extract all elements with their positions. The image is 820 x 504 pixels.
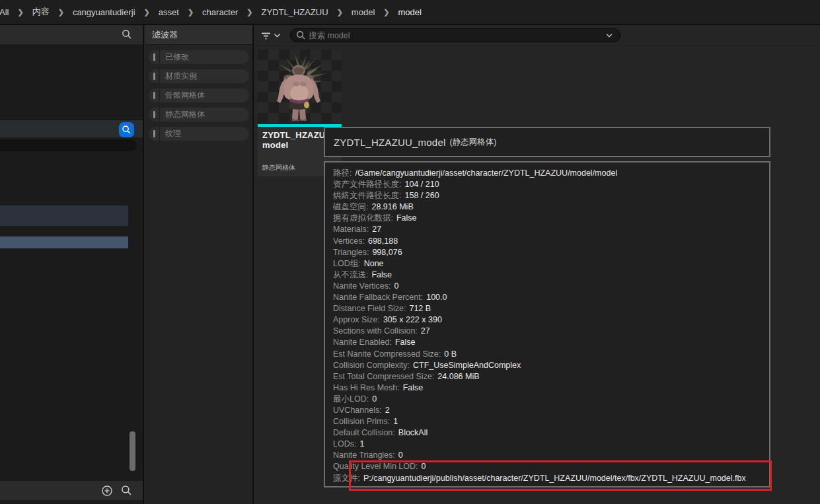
filter-pill[interactable]: 纹理	[148, 126, 250, 141]
breadcrumb-separator-icon: ❯	[52, 8, 70, 17]
asset-tooltip: ZYDTL_HZAZUU_model (静态网格体) 路径:/Game/cang…	[324, 127, 770, 487]
tooltip-row: Nanite Enabled:False	[333, 337, 761, 348]
tooltip-row-label: 从不流送:	[333, 270, 368, 279]
tooltip-row: Nanite Fallback Percent:100.0	[333, 292, 761, 303]
tree-row-selected-secondary[interactable]	[0, 205, 128, 226]
tooltip-row-label: Distance Field Size:	[333, 304, 406, 313]
tooltip-row: Nanite Vertices:0	[333, 281, 761, 292]
tooltip-row-value: False	[403, 383, 424, 392]
tooltip-row: Est Total Compressed Size:24.086 MiB	[333, 371, 761, 382]
breadcrumb-separator-icon: ❯	[331, 8, 349, 17]
asset-search-box[interactable]	[290, 28, 620, 42]
tooltip-row-label: UVChannels:	[333, 406, 382, 415]
filter-toggle-bar-icon[interactable]	[153, 130, 155, 137]
tooltip-row: Approx Size:305 x 222 x 390	[333, 314, 761, 326]
tooltip-row-value: 305 x 222 x 390	[383, 315, 442, 324]
breadcrumb-item: model ❯	[349, 7, 396, 17]
tooltip-row: Has Hi Res Mesh:False	[333, 382, 761, 394]
tooltip-row-label: LODs:	[333, 439, 356, 449]
breadcrumb-item-label[interactable]: 内容	[30, 6, 52, 18]
tooltip-row: 磁盘空间:28.916 MiB	[333, 201, 761, 213]
asset-search-input[interactable]	[306, 31, 605, 40]
tooltip-row-value: /Game/cangyuantudierji/asset/character/Z…	[355, 168, 617, 178]
sources-sidebar	[0, 25, 144, 504]
tooltip-row: LODs:1	[333, 439, 761, 450]
tooltip-row-label: Has Hi Res Mesh:	[333, 383, 400, 392]
tooltip-row-label: 路径:	[333, 168, 352, 178]
breadcrumb-item-label[interactable]: character	[200, 7, 241, 17]
tooltip-row-label: 烘焙文件路径长度:	[333, 191, 401, 200]
tooltip-row: Triangles:998,076	[333, 247, 761, 258]
tooltip-row-label: 拥有虚拟化数据:	[333, 213, 393, 223]
asset-view-toolbar	[255, 25, 820, 46]
tooltip-body: 路径:/Game/cangyuantudierji/asset/characte…	[324, 161, 770, 487]
breadcrumb-list: All ❯ 内容 ❯ cangyuantudierji ❯ asset ❯	[0, 6, 424, 18]
filter-pill-divider	[159, 126, 160, 141]
filter-toggle-bar-icon[interactable]	[153, 111, 155, 118]
filters-dropdown-button[interactable]	[260, 30, 281, 41]
tree-row-selected-primary[interactable]	[0, 236, 128, 248]
breadcrumb-item: ZYDTL_HZAZUU ❯	[259, 7, 349, 17]
tooltip-row-label: 源文件:	[333, 474, 360, 483]
breadcrumb-item: cangyuantudierji ❯	[70, 7, 156, 17]
filter-pill-divider	[159, 50, 160, 65]
tooltip-row-label: 磁盘空间:	[333, 202, 368, 211]
breadcrumb-item-label[interactable]: model	[396, 7, 424, 17]
tooltip-row-value: 712 B	[409, 304, 431, 313]
filter-pill[interactable]: 骨骼网格体	[148, 88, 250, 103]
filter-pill[interactable]: 已修改	[148, 50, 250, 65]
sidebar-path-filter-pill[interactable]	[0, 139, 137, 151]
filter-toggle-bar-icon[interactable]	[153, 73, 155, 80]
tooltip-row-label: Vertices:	[333, 236, 365, 246]
tooltip-row-label: Nanite Enabled:	[333, 338, 392, 347]
tooltip-row: Default Collision:BlockAll	[333, 427, 761, 439]
tooltip-row-value: 0	[372, 394, 377, 404]
tooltip-row-value: 998,076	[372, 248, 402, 257]
filter-pill[interactable]: 材质实例	[148, 69, 250, 84]
tooltip-row: Sections with Collision:27	[333, 326, 761, 337]
tooltip-row: Distance Field Size:712 B	[333, 303, 761, 314]
tooltip-row-label: Collision Complexity:	[333, 361, 410, 370]
tooltip-row-value: 100.0	[426, 293, 447, 302]
add-folder-icon[interactable]	[101, 485, 113, 497]
filter-toggle-bar-icon[interactable]	[153, 54, 155, 61]
search-history-chevron-icon[interactable]	[605, 33, 613, 38]
tooltip-row-label: Default Collision:	[333, 428, 395, 437]
tooltip-row: Quality Level Min LOD:0	[333, 461, 761, 472]
filter-pill-divider	[159, 69, 160, 84]
tooltip-row-value: 0	[398, 450, 403, 460]
asset-thumbnail	[258, 50, 342, 124]
unreal-content-browser: All ❯ 内容 ❯ cangyuantudierji ❯ asset ❯	[0, 0, 820, 504]
breadcrumb-separator-icon: ❯	[182, 8, 200, 17]
search-icon	[296, 30, 306, 40]
breadcrumb-item: character ❯	[200, 7, 258, 17]
filter-pill[interactable]: 静态网格体	[148, 107, 250, 122]
breadcrumb-separator-icon: ❯	[377, 8, 395, 17]
tooltip-row-value: 1	[393, 417, 398, 426]
tooltip-row-value: 1	[359, 439, 364, 449]
filter-list: 已修改 材质实例 骨骼网格体 静态网格体	[145, 45, 252, 141]
tooltip-row: 源文件:P:/cangyuantudierji/publish/asset/ch…	[333, 473, 761, 484]
breadcrumb-item-label[interactable]: All	[0, 7, 11, 17]
tooltip-row: 烘焙文件路径长度:158 / 260	[333, 190, 761, 201]
tooltip-row-value: 28.916 MiB	[371, 202, 413, 211]
tooltip-row: 最小LOD:0	[333, 394, 761, 405]
breadcrumb-item-label[interactable]: model	[349, 7, 377, 17]
tooltip-row: Est Nanite Compressed Size:0 B	[333, 349, 761, 360]
tooltip-row: 路径:/Game/cangyuantudierji/asset/characte…	[333, 168, 761, 179]
sidebar-scrollbar-thumb[interactable]	[130, 431, 135, 471]
sidebar-search-button[interactable]	[119, 122, 134, 137]
breadcrumb-item: 内容 ❯	[30, 6, 70, 18]
tooltip-row-value: False	[395, 338, 416, 347]
sidebar-bottom-bar	[0, 481, 143, 500]
chevron-down-icon	[274, 33, 281, 38]
breadcrumb-item-label[interactable]: asset	[156, 7, 182, 17]
tooltip-row-label: 资产文件路径长度:	[333, 180, 401, 189]
tooltip-row-label: Materials:	[333, 225, 369, 234]
tooltip-row-value: P:/cangyuantudierji/publish/asset/charac…	[363, 474, 746, 483]
filter-toggle-bar-icon[interactable]	[153, 92, 155, 99]
breadcrumb-item-label[interactable]: cangyuantudierji	[70, 7, 138, 17]
search-icon[interactable]	[122, 29, 132, 40]
search-icon[interactable]	[121, 485, 132, 496]
breadcrumb-item-label[interactable]: ZYDTL_HZAZUU	[259, 7, 331, 17]
